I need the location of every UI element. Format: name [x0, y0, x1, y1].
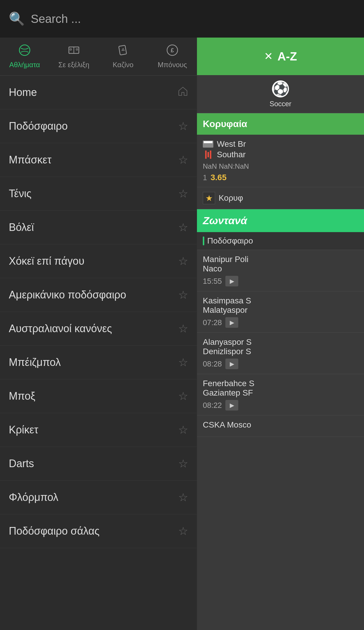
star-icon-australian-rules: ☆ — [178, 322, 188, 335]
az-close-icon[interactable]: ✕ — [264, 50, 273, 63]
right-panel: ✕ A-Z ⚽ Soccer Κορυφαία — [197, 38, 364, 630]
team-row-2: Southar — [203, 150, 358, 159]
main-layout: Αθλήματα Σε εξέλιξη — [0, 38, 364, 630]
sports-tab-icon — [18, 44, 31, 58]
odds-num: 1 — [203, 173, 207, 182]
live-match-time-row-2: 08:28 ▶ — [203, 359, 358, 369]
live-title: Ζωντανά — [203, 214, 247, 227]
az-label: A-Z — [278, 50, 297, 63]
tab-sports-label: Αθλήματα — [9, 61, 40, 69]
team2-icon — [203, 151, 213, 159]
live-time-0: 15:55 — [203, 277, 222, 286]
menu-item-basketball[interactable]: Μπάσκετ ☆ — [0, 143, 197, 177]
live-time-2: 08:28 — [203, 359, 222, 369]
star-icon-tennis: ☆ — [178, 187, 188, 200]
live-match-time-row-0: 15:55 ▶ — [203, 276, 358, 286]
star-icon-football: ☆ — [178, 120, 188, 133]
match-time: NaN NaN:NaN — [203, 162, 358, 170]
live-sport-header: Ποδόσφαιρο — [197, 232, 364, 250]
menu-item-football[interactable]: Ποδόσφαιρο ☆ — [0, 109, 197, 143]
live-match-teams-4: CSKA Mosco — [203, 420, 358, 430]
live-match-teams-2: Alanyaspor S Denizlispor S — [203, 337, 358, 356]
star-icon-darts: ☆ — [178, 457, 188, 470]
match-item[interactable]: West Br Southar NaN NaN:NaN 1 3.65 — [197, 135, 364, 187]
bonus-tab-icon: £ — [166, 44, 178, 58]
search-bar[interactable]: 🔍 Search ... — [0, 0, 364, 38]
star-icon-cricket: ☆ — [178, 423, 188, 436]
menu-item-darts[interactable]: Darts ☆ — [0, 447, 197, 481]
odds-val: 3.65 — [210, 173, 227, 182]
play-btn-3[interactable]: ▶ — [225, 400, 238, 411]
live-match-time-row-1: 07:28 ▶ — [203, 317, 358, 328]
menu-item-boxing[interactable]: Μποξ ☆ — [0, 379, 197, 413]
star-icon-hockey: ☆ — [178, 255, 188, 268]
live-match-0[interactable]: Manipur Poli Naco 15:55 ▶ — [197, 250, 364, 291]
menu-item-volleyball[interactable]: Βόλεϊ ☆ — [0, 211, 197, 244]
soccer-ball-icon: ⚽ — [272, 80, 289, 97]
svg-point-0 — [19, 45, 30, 55]
live-sport-bar — [203, 237, 204, 245]
search-placeholder: Search ... — [31, 12, 81, 26]
star-icon-baseball: ☆ — [178, 356, 188, 369]
team-row-1: West Br — [203, 139, 358, 149]
live-match-1[interactable]: Kasimpasa S Malatyaspor 07:28 ▶ — [197, 291, 364, 333]
featured-badge[interactable]: ★ Κορυφ — [197, 187, 364, 209]
menu-item-floorball[interactable]: Φλόρμπολ ☆ — [0, 481, 197, 514]
svg-rect-5 — [119, 45, 127, 55]
play-btn-1[interactable]: ▶ — [225, 317, 238, 328]
menu-item-home[interactable]: Home — [0, 76, 197, 109]
odds-row: 1 3.65 — [203, 173, 358, 182]
play-btn-2[interactable]: ▶ — [225, 359, 238, 369]
svg-rect-3 — [70, 49, 72, 50]
menu-item-hockey[interactable]: Χόκεϊ επί πάγου ☆ — [0, 244, 197, 278]
menu-item-baseball[interactable]: Μπέιζμπολ ☆ — [0, 346, 197, 379]
soccer-label: Soccer — [270, 100, 292, 108]
live-header: Ζωντανά — [197, 209, 364, 232]
team1-name: West Br — [217, 139, 246, 149]
tab-casino[interactable]: Καζίνο — [98, 38, 148, 75]
svg-rect-4 — [76, 49, 78, 50]
live-time-1: 07:28 — [203, 318, 222, 327]
tab-sports[interactable]: Αθλήματα — [0, 38, 49, 75]
star-yellow-icon: ★ — [205, 193, 213, 203]
match-teams: West Br Southar — [203, 139, 358, 159]
live-sport-label: Ποδόσφαιρο — [207, 236, 253, 246]
live-match-4[interactable]: CSKA Mosco — [197, 416, 364, 437]
menu-item-futsal[interactable]: Ποδόσφαιρο σάλας ☆ — [0, 514, 197, 548]
star-icon-volleyball: ☆ — [178, 221, 188, 234]
svg-rect-9 — [204, 141, 212, 143]
live-time-3: 08:22 — [203, 401, 222, 410]
tab-casino-label: Καζίνο — [113, 61, 134, 69]
featured-text: Κορυφ — [219, 193, 243, 203]
featured-icon: ★ — [203, 192, 215, 204]
star-icon-american-football: ☆ — [178, 288, 188, 301]
live-match-2[interactable]: Alanyaspor S Denizlispor S 08:28 ▶ — [197, 333, 364, 374]
menu-list: Home Ποδόσφαιρο ☆ Μπάσκετ ☆ Τένις ☆ — [0, 76, 197, 630]
menu-item-american-football[interactable]: Αμερικάνικο ποδόσφαιρο ☆ — [0, 278, 197, 312]
left-panel: Αθλήματα Σε εξέλιξη — [0, 38, 197, 630]
svg-text:£: £ — [171, 47, 174, 53]
live-match-teams-3: Fenerbahce S Gaziantep SF — [203, 379, 358, 398]
play-btn-0[interactable]: ▶ — [225, 276, 238, 286]
tab-live[interactable]: Σε εξέλιξη — [49, 38, 98, 75]
soccer-section[interactable]: ⚽ Soccer — [197, 75, 364, 113]
live-match-teams-1: Kasimpasa S Malatyaspor — [203, 296, 358, 315]
menu-item-tennis[interactable]: Τένις ☆ — [0, 177, 197, 211]
menu-item-australian-rules[interactable]: Αυστραλιανοί κανόνες ☆ — [0, 312, 197, 346]
live-match-3[interactable]: Fenerbahce S Gaziantep SF 08:22 ▶ — [197, 374, 364, 416]
tab-bonus-label: Μπόνους — [158, 61, 187, 69]
tabs-row: Αθλήματα Σε εξέλιξη — [0, 38, 197, 76]
team2-name: Southar — [217, 150, 246, 159]
search-icon: 🔍 — [9, 11, 25, 26]
star-icon-basketball: ☆ — [178, 153, 188, 166]
tab-live-label: Σε εξέλιξη — [58, 61, 89, 69]
live-match-time-row-3: 08:22 ▶ — [203, 400, 358, 411]
home-icon — [178, 86, 188, 99]
menu-item-cricket[interactable]: Κρίκετ ☆ — [0, 413, 197, 447]
casino-tab-icon — [117, 44, 129, 58]
az-header: ✕ A-Z — [197, 38, 364, 75]
team1-flag — [203, 141, 213, 148]
tab-bonus[interactable]: £ Μπόνους — [148, 38, 197, 75]
top-section-label: Κορυφαία — [203, 119, 247, 129]
star-icon-boxing: ☆ — [178, 390, 188, 403]
